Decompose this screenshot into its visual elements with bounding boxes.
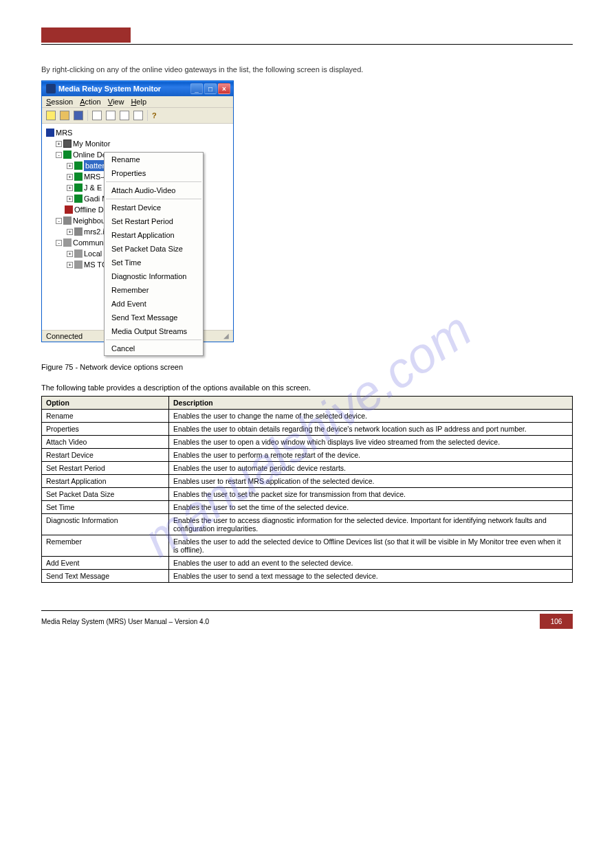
table-row: Set Restart PeriodEnables the user to au… [42, 462, 573, 475]
expand-icon[interactable]: + [67, 229, 73, 235]
toolbar-sep-1 [87, 110, 88, 121]
context-menu: RenamePropertiesAttach Audio-VideoRestar… [104, 152, 204, 356]
node-icon [63, 216, 72, 225]
cell-description: Enables the user to open a video window … [169, 436, 573, 449]
cell-description: Enables the user to automate periodic de… [169, 462, 573, 475]
cell-description: Enables the user to obtain details regar… [169, 423, 573, 436]
table-row: Attach VideoEnables the user to open a v… [42, 436, 573, 449]
th-description: Description [169, 397, 573, 410]
toolbar-icon-1[interactable] [46, 111, 56, 120]
cell-description: Enables the user to add the selected dev… [169, 535, 573, 557]
resize-grip-icon[interactable]: ◢ [223, 332, 229, 340]
tree-panel: MRS +My Monitor-Online Devices+batter+MR… [42, 124, 233, 330]
root-icon [46, 129, 54, 137]
expand-icon[interactable]: + [67, 163, 73, 169]
expand-icon[interactable]: + [67, 251, 73, 257]
titlebar: Media Relay System Monitor _ □ × [42, 81, 233, 96]
expand-icon[interactable]: - [56, 218, 62, 224]
context-menu-item[interactable]: Restart Application [105, 228, 203, 242]
expand-icon[interactable]: + [67, 262, 73, 268]
table-row: Diagnostic InformationEnables the user t… [42, 514, 573, 535]
header-red-bar [41, 27, 131, 43]
toolbar-layout-4[interactable] [133, 111, 143, 120]
header-rule [41, 44, 573, 45]
tree-item-label: Offline De [74, 204, 108, 215]
cell-option: Properties [42, 423, 169, 436]
tree-item-label: Local [84, 248, 102, 259]
toolbar-help-icon[interactable]: ? [152, 111, 157, 120]
context-menu-item[interactable]: Rename [105, 153, 203, 166]
cell-description: Enables the user to send a text message … [169, 570, 573, 583]
options-table: Option Description RenameEnables the use… [41, 396, 573, 583]
table-row: Set Packet Data SizeEnables the user to … [42, 488, 573, 501]
menu-help[interactable]: Help [131, 98, 146, 106]
tree-item-label: My Monitor [73, 138, 110, 149]
cell-option: Attach Video [42, 436, 169, 449]
page-number-box: 106 [540, 614, 573, 629]
footer-rule [41, 610, 573, 611]
context-menu-item[interactable]: Set Time [105, 256, 203, 269]
expand-icon[interactable]: - [56, 152, 62, 158]
expand-icon[interactable]: + [67, 174, 73, 180]
menu-session[interactable]: Session [46, 98, 73, 106]
app-icon [46, 84, 56, 93]
cell-option: Remember [42, 535, 169, 557]
context-menu-item[interactable]: Cancel [105, 342, 203, 355]
context-menu-item[interactable]: Set Packet Data Size [105, 242, 203, 256]
tree-item-label: J & E I [84, 182, 106, 193]
th-option: Option [42, 397, 169, 410]
context-menu-item[interactable]: Restart Device [105, 201, 203, 214]
footer: Media Relay System (MRS) User Manual – V… [41, 614, 573, 629]
table-row: Add EventEnables the user to add an even… [42, 557, 573, 570]
expand-icon[interactable]: + [67, 196, 73, 202]
cell-description: Enables the user to add an event to the … [169, 557, 573, 570]
expand-icon[interactable]: + [67, 185, 73, 191]
context-menu-item[interactable]: Add Event [105, 297, 203, 311]
cell-description: Enables the user to change the name of t… [169, 410, 573, 423]
xp-window: Media Relay System Monitor _ □ × Session… [41, 80, 234, 342]
node-icon [63, 140, 72, 148]
cell-option: Send Text Message [42, 570, 169, 583]
tree-item-label: mrs2.i [84, 226, 105, 237]
expand-icon[interactable]: - [56, 240, 62, 246]
cell-option: Set Restart Period [42, 462, 169, 475]
minimize-button[interactable]: _ [190, 83, 203, 94]
context-menu-item[interactable]: Attach Audio-Video [105, 183, 203, 197]
maximize-button[interactable]: □ [204, 83, 217, 94]
table-row: PropertiesEnables the user to obtain det… [42, 423, 573, 436]
tree-root[interactable]: MRS [43, 127, 232, 138]
node-icon [74, 194, 83, 203]
cell-option: Set Packet Data Size [42, 488, 169, 501]
toolbar-icon-open[interactable] [60, 111, 69, 120]
menu-view[interactable]: View [108, 98, 124, 106]
expand-icon[interactable]: + [56, 141, 62, 147]
footer-left: Media Relay System (MRS) User Manual – V… [41, 618, 540, 625]
context-menu-item[interactable]: Properties [105, 166, 203, 180]
toolbar-sep-2 [147, 110, 148, 121]
context-menu-item[interactable]: Media Output Streams [105, 324, 203, 338]
cell-description: Enables the user to set the packet size … [169, 488, 573, 501]
node-icon [74, 173, 83, 181]
menu-action[interactable]: Action [80, 98, 101, 106]
cell-description: Enables the user to set the time of the … [169, 501, 573, 514]
table-intro: The following table provides a descripti… [41, 383, 573, 392]
context-menu-item[interactable]: Remember [105, 283, 203, 297]
node-icon [74, 162, 83, 170]
tree-root-label: MRS [56, 127, 72, 138]
cell-option: Restart Application [42, 475, 169, 488]
toolbar-layout-2[interactable] [106, 111, 116, 120]
toolbar-layout-1[interactable] [92, 111, 102, 120]
toolbar-layout-3[interactable] [120, 111, 129, 120]
context-menu-item[interactable]: Diagnostic Information [105, 269, 203, 283]
cell-option: Diagnostic Information [42, 514, 169, 535]
node-icon [74, 183, 83, 192]
tree-item[interactable]: +My Monitor [43, 138, 232, 149]
window-title: Media Relay System Monitor [58, 85, 190, 93]
context-menu-item[interactable]: Set Restart Period [105, 214, 203, 228]
close-button[interactable]: × [218, 83, 230, 94]
cell-description: Enables the user to perform a remote res… [169, 449, 573, 462]
context-menu-item[interactable]: Send Text Message [105, 311, 203, 324]
toolbar-icon-save[interactable] [74, 111, 83, 120]
table-row: Set TimeEnables the user to set the time… [42, 501, 573, 514]
node-icon [74, 227, 83, 236]
